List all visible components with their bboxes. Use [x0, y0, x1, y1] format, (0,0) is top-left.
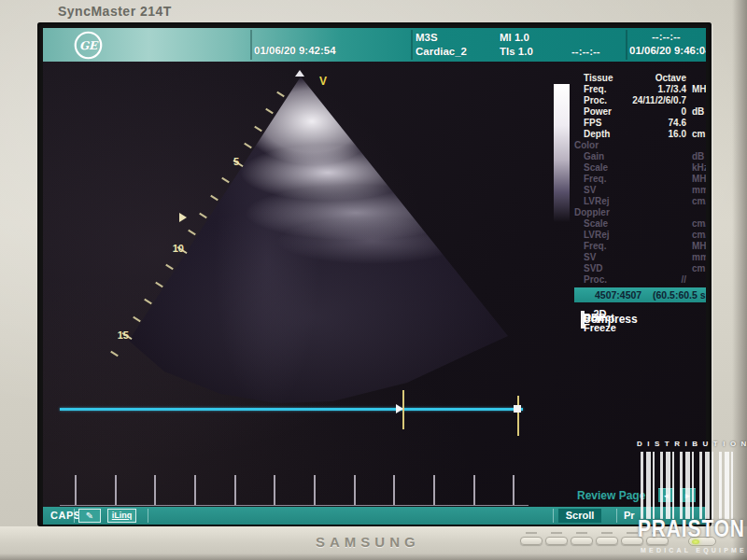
timeline-tick — [234, 475, 236, 506]
monitor-osd-button[interactable] — [646, 537, 669, 545]
monitor-osd-button[interactable] — [545, 537, 568, 545]
bottombar-divider — [553, 509, 554, 523]
monitor-button-mark — [627, 532, 638, 534]
ilinq-button[interactable]: iLinq — [107, 509, 136, 523]
monitor-button-mark — [652, 532, 663, 534]
bottombar-divider — [148, 509, 148, 523]
timeline-baseline — [60, 505, 529, 506]
monitor-button-mark — [601, 532, 613, 534]
bottombar-divider — [74, 509, 75, 523]
monitor-osd-button[interactable] — [520, 537, 543, 545]
cine-timeline — [43, 28, 706, 525]
power-led — [692, 539, 699, 544]
caps-indicator: CAPS — [50, 510, 81, 521]
timeline-tick — [194, 475, 196, 506]
monitor: SyncMaster 214T GE 01/06/20 9:42:54 M3S … — [0, 0, 747, 560]
bottombar-divider — [616, 509, 617, 523]
timeline-tick — [393, 475, 395, 506]
scroll-button[interactable]: Scroll — [558, 509, 601, 523]
monitor-osd-button[interactable] — [571, 537, 593, 545]
obscured-button[interactable]: Pr — [624, 510, 635, 521]
power-button[interactable] — [688, 537, 716, 546]
monitor-button-mark — [576, 532, 587, 534]
timeline-tick — [473, 475, 475, 506]
monitor-button-mark — [526, 532, 537, 534]
timeline-tick — [274, 475, 275, 506]
timeline-tick — [354, 475, 356, 506]
monitor-osd-button[interactable] — [621, 537, 643, 545]
monitor-osd-button[interactable] — [596, 537, 618, 545]
timeline-tick — [75, 475, 77, 506]
timeline-tick — [513, 475, 514, 506]
timeline-tick — [314, 475, 316, 506]
timeline-tick — [433, 475, 435, 506]
pencil-icon[interactable]: ✎ — [78, 509, 101, 523]
timeline-tick — [154, 475, 156, 506]
monitor-button-mark — [551, 532, 562, 534]
photo-edge-shadow — [0, 553, 747, 560]
bottom-status-bar: CAPS ✎ iLinq Scroll Pr — [43, 507, 706, 525]
photo-edge-shadow — [732, 0, 747, 560]
timeline-tick — [115, 475, 117, 506]
monitor-model-label: SyncMaster 214T — [58, 4, 172, 19]
ultrasound-screen: GE 01/06/20 9:42:54 M3S Cardiac_2 MI 1.0… — [43, 28, 706, 525]
